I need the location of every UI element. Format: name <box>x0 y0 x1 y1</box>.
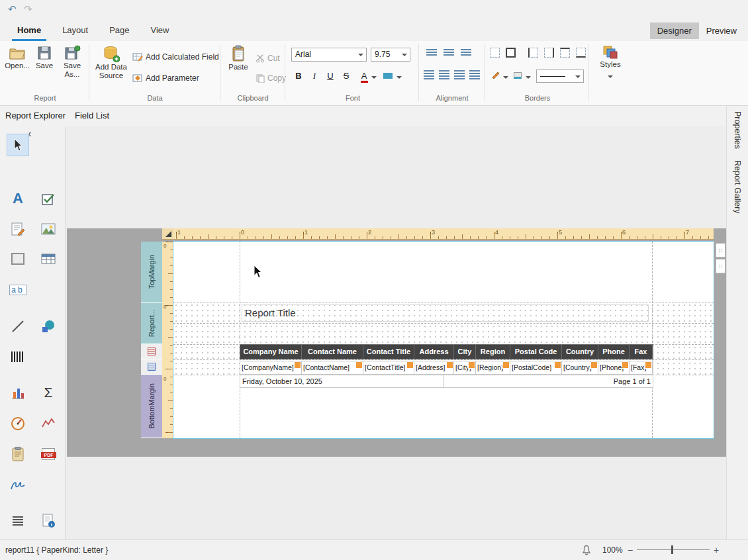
styles-button[interactable]: Styles <box>593 44 628 91</box>
border-left-icon[interactable] <box>528 48 538 58</box>
align-center-icon[interactable] <box>439 70 449 79</box>
align-left-icon[interactable] <box>424 70 434 79</box>
zoom-in-button[interactable]: + <box>714 540 719 560</box>
smart-tag[interactable] <box>447 362 453 368</box>
table-header-cell[interactable]: Phone <box>598 345 630 359</box>
table-detail-cell[interactable]: [CompanyName] <box>240 361 302 374</box>
table-header-cell[interactable]: Contact Name <box>302 345 363 359</box>
border-fill-button[interactable] <box>512 69 532 83</box>
report-title-label[interactable]: Report Title <box>242 304 649 322</box>
open-button[interactable]: Open... <box>4 44 30 91</box>
summary-tool[interactable]: Σ <box>38 383 58 402</box>
borders-all-icon[interactable] <box>506 48 516 58</box>
picture-box-tool[interactable] <box>38 219 58 239</box>
tab-report-gallery[interactable]: Report Gallery <box>733 160 742 214</box>
font-name-combo[interactable]: Arial <box>291 48 367 62</box>
smart-tag[interactable] <box>622 362 628 368</box>
smart-tag[interactable] <box>555 362 561 368</box>
zoom-out-button[interactable]: − <box>628 540 633 560</box>
table-header-cell[interactable]: Address <box>414 345 454 359</box>
pdf-content-tool[interactable]: PDF <box>38 444 58 464</box>
band-detail[interactable] <box>141 359 162 375</box>
signature-tool[interactable] <box>8 475 28 495</box>
add-calculated-field-button[interactable]: Add Calculated Field <box>132 50 219 64</box>
band-bottom-margin[interactable]: BottomMargin <box>141 375 162 438</box>
add-data-source-button[interactable]: Add Data Source <box>93 44 130 91</box>
zoom-slider-handle[interactable] <box>671 545 673 554</box>
tab-home[interactable]: Home <box>7 20 52 41</box>
highlight-color-button[interactable] <box>381 69 404 83</box>
notification-bell-icon[interactable] <box>581 545 592 555</box>
h-ruler[interactable]: 101234567 <box>173 228 714 240</box>
smart-tag[interactable] <box>356 362 362 368</box>
checkbox-tool[interactable] <box>38 189 58 209</box>
font-color-button[interactable]: A <box>359 69 379 83</box>
zoom-slider-track[interactable] <box>637 549 710 550</box>
character-comb-tool[interactable]: ab <box>8 280 28 300</box>
table-detail-cell[interactable]: [Country] <box>562 361 598 374</box>
band-page-header[interactable] <box>141 344 162 359</box>
table-detail-cell[interactable]: [Region] <box>476 361 510 374</box>
table-header-cell[interactable]: Contact Title <box>363 345 414 359</box>
table-detail-cell[interactable]: [Address] <box>414 361 454 374</box>
table-detail-cell[interactable]: [Fax] <box>630 361 653 374</box>
shape-tool[interactable] <box>38 316 58 336</box>
undo-button[interactable]: ↶ <box>8 3 17 16</box>
sparkline-tool[interactable] <box>38 414 58 434</box>
designer-mode-button[interactable]: Designer <box>650 23 699 39</box>
table-detail-cell[interactable]: [ContactTitle] <box>363 361 414 374</box>
table-detail-cell[interactable]: [Phone] <box>598 361 630 374</box>
v-ruler[interactable]: 0 0 0 <box>162 242 173 438</box>
band-top-margin[interactable]: TopMargin <box>141 242 162 303</box>
border-line-style-combo[interactable] <box>536 70 584 83</box>
table-detail-cell[interactable]: [City] <box>454 361 476 374</box>
border-bottom-icon[interactable] <box>576 48 586 58</box>
table-header-cell[interactable]: Country <box>562 345 598 359</box>
band-report-header[interactable]: Report... <box>141 303 162 344</box>
border-color-button[interactable] <box>490 69 510 83</box>
line-tool[interactable] <box>8 316 28 336</box>
align-bottom-icon[interactable] <box>461 49 471 56</box>
strikethrough-button[interactable]: S <box>339 69 353 83</box>
copy-button[interactable]: Copy <box>256 71 286 85</box>
border-right-icon[interactable] <box>544 48 554 58</box>
table-of-contents-tool[interactable] <box>8 511 28 531</box>
tab-report-explorer[interactable]: Report Explorer <box>5 111 66 120</box>
table-header-cell[interactable]: Fax <box>630 345 653 359</box>
align-top-icon[interactable] <box>426 49 437 56</box>
preview-mode-button[interactable]: Preview <box>699 23 744 39</box>
smart-tag[interactable] <box>591 362 597 368</box>
redo-button[interactable]: ↷ <box>24 3 32 16</box>
font-size-combo[interactable]: 9.75 <box>371 48 410 62</box>
chart-tool[interactable] <box>8 383 28 402</box>
barcode-tool[interactable] <box>8 347 28 367</box>
table-header-cell[interactable]: Company Name <box>240 345 302 359</box>
paste-button[interactable]: Paste <box>225 44 252 91</box>
footer-date-cell[interactable]: Friday, October 10, 2025 <box>240 375 444 387</box>
table-header-cell[interactable]: City <box>454 345 476 359</box>
footer-page-cell[interactable]: Page 1 of 1 <box>444 375 653 387</box>
page-side-button-2[interactable] <box>716 259 725 273</box>
rich-text-tool[interactable] <box>8 219 28 239</box>
save-as-button[interactable]: Save As... <box>58 44 86 91</box>
zoom-percentage[interactable]: 100% <box>602 540 623 560</box>
save-button[interactable]: Save <box>32 44 57 91</box>
tab-page[interactable]: Page <box>99 20 140 41</box>
smart-tag[interactable] <box>503 362 509 368</box>
smart-tag[interactable] <box>295 362 301 368</box>
tab-view[interactable]: View <box>140 20 180 41</box>
page-side-button-1[interactable] <box>716 243 725 257</box>
gauge-tool[interactable] <box>8 414 28 434</box>
table-detail-cell[interactable]: [ContactName] <box>302 361 363 374</box>
table-header-cell[interactable]: Postal Code <box>510 345 562 359</box>
tab-properties[interactable]: Properties <box>733 111 742 149</box>
align-right-icon[interactable] <box>454 70 465 79</box>
table-tool[interactable] <box>38 249 58 269</box>
borders-none-icon[interactable] <box>490 48 500 58</box>
clipboard-content-tool[interactable] <box>8 444 28 464</box>
italic-button[interactable]: I <box>307 69 322 83</box>
underline-button[interactable]: U <box>323 69 338 83</box>
table-header-cell[interactable]: Region <box>476 345 510 359</box>
pointer-tool[interactable] <box>7 134 29 156</box>
bold-button[interactable]: B <box>291 69 306 83</box>
